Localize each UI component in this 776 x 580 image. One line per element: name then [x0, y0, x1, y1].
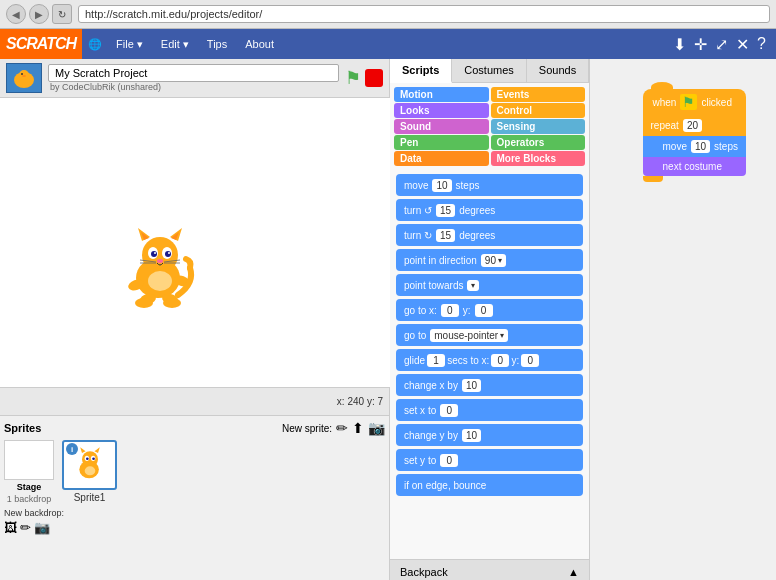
green-flag-button[interactable]: ⚑ — [345, 67, 361, 89]
svg-point-12 — [151, 251, 157, 257]
repeat-label: repeat — [651, 120, 679, 131]
menu-edit[interactable]: Edit ▾ — [153, 29, 197, 59]
next-costume-label: next costume — [663, 161, 722, 172]
fullscreen-icon[interactable]: ⤢ — [715, 35, 728, 54]
stop-button[interactable] — [365, 69, 383, 87]
add-icon[interactable]: ✛ — [694, 35, 707, 54]
stage-thumbnail: Stage 1 backdrop — [4, 440, 54, 504]
new-sprite-upload-icon[interactable]: ⬆ — [352, 420, 364, 436]
block-glide[interactable]: glide1secs to x:0y:0 — [396, 349, 583, 371]
block-go-to-xy[interactable]: go to x:0y:0 — [396, 299, 583, 321]
clicked-text: clicked — [701, 97, 732, 108]
sprites-panel: Sprites New sprite: ✏ ⬆ 📷 Stage 1 backdr… — [0, 416, 389, 580]
blocks-area: Scripts Costumes Sounds Motion Events Lo… — [390, 59, 590, 580]
menu-tips[interactable]: Tips — [199, 29, 235, 59]
hat-when-flag[interactable]: when ⚑ clicked — [643, 89, 746, 115]
svg-point-36 — [84, 466, 95, 475]
help-icon[interactable]: ? — [757, 35, 766, 53]
scratch-logo: SCRATCH — [0, 29, 82, 59]
flag-icon: ⚑ — [680, 94, 697, 110]
svg-marker-30 — [80, 447, 85, 453]
svg-point-34 — [86, 457, 89, 460]
cat-operators[interactable]: Operators — [491, 135, 586, 150]
backdrop-paint-icon[interactable]: 🖼 — [4, 520, 17, 535]
stage-thumb-box[interactable] — [4, 440, 54, 480]
main-layout: My Scratch Project by CodeClubRik (unsha… — [0, 59, 776, 580]
block-turn-cw[interactable]: turn ↻15degrees — [396, 224, 583, 246]
stage-canvas — [0, 98, 390, 388]
svg-point-26 — [163, 298, 181, 308]
repeat-block[interactable]: repeat 20 — [643, 115, 746, 136]
refresh-button[interactable]: ↻ — [52, 4, 72, 24]
svg-point-27 — [148, 271, 172, 291]
svg-point-25 — [135, 298, 153, 308]
block-turn-ccw[interactable]: turn ↺15degrees — [396, 199, 583, 221]
block-go-to[interactable]: go tomouse-pointer — [396, 324, 583, 346]
hat-bump — [651, 82, 673, 92]
backdrop-edit-icon[interactable]: ✏ — [20, 520, 31, 535]
next-costume-block[interactable]: next costume — [643, 157, 746, 176]
new-sprite-label: New sprite: — [282, 423, 332, 434]
cat-looks[interactable]: Looks — [394, 103, 489, 118]
repeat-end — [643, 176, 663, 182]
browser-chrome: ◀ ▶ ↻ http://scratch.mit.edu/projects/ed… — [0, 0, 776, 29]
cat-sensing[interactable]: Sensing — [491, 119, 586, 134]
sprite1-thumbnail[interactable]: i Sprite1 — [62, 440, 117, 504]
cat-pen[interactable]: Pen — [394, 135, 489, 150]
scripts-canvas[interactable]: when ⚑ clicked repeat 20 move 10 steps n… — [590, 59, 776, 580]
block-set-y[interactable]: set y to0 — [396, 449, 583, 471]
cat-more-blocks[interactable]: More Blocks — [491, 151, 586, 166]
backdrop-icons: 🖼 ✏ 📷 — [4, 520, 385, 535]
close-icon[interactable]: ✕ — [736, 35, 749, 54]
backdrop-camera-icon[interactable]: 📷 — [34, 520, 50, 535]
block-point-towards[interactable]: point towards — [396, 274, 583, 296]
sprite-info-icon[interactable]: i — [66, 443, 78, 455]
cat-motion[interactable]: Motion — [394, 87, 489, 102]
sprite1-name: Sprite1 — [74, 492, 106, 503]
tab-sounds[interactable]: Sounds — [527, 59, 589, 82]
cat-data[interactable]: Data — [394, 151, 489, 166]
tabs-row: Scripts Costumes Sounds — [390, 59, 589, 83]
tab-scripts[interactable]: Scripts — [390, 59, 452, 83]
forward-button[interactable]: ▶ — [29, 4, 49, 24]
play-controls: ⚑ — [345, 67, 383, 89]
block-change-y[interactable]: change y by10 — [396, 424, 583, 446]
menu-about[interactable]: About — [237, 29, 282, 59]
backpack-label: Backpack — [400, 566, 448, 578]
move-value[interactable]: 10 — [691, 140, 710, 153]
blocks-list: move10steps turn ↺15degrees turn ↻15degr… — [390, 170, 589, 559]
cat-events[interactable]: Events — [491, 87, 586, 102]
script-block-group: when ⚑ clicked repeat 20 move 10 steps n… — [643, 89, 746, 182]
stage-label: Stage — [17, 482, 42, 492]
stage-sub-label: 1 backdrop — [7, 494, 52, 504]
globe-icon[interactable]: 🌐 — [82, 38, 108, 51]
new-sprite-paint-icon[interactable]: ✏ — [336, 420, 348, 436]
backpack-bar: Backpack ▲ — [390, 559, 589, 580]
toolbar-right: ⬇ ✛ ⤢ ✕ ? — [673, 35, 776, 54]
repeat-value[interactable]: 20 — [683, 119, 702, 132]
address-bar[interactable]: http://scratch.mit.edu/projects/editor/ — [78, 5, 770, 23]
tab-costumes[interactable]: Costumes — [452, 59, 527, 82]
project-title[interactable]: My Scratch Project — [48, 64, 339, 82]
svg-point-5 — [142, 237, 178, 273]
new-backdrop-label: New backdrop: — [4, 508, 385, 518]
svg-point-29 — [82, 451, 98, 467]
sprite1-thumb-box[interactable]: i — [62, 440, 117, 490]
cat-sound[interactable]: Sound — [394, 119, 489, 134]
cat-control[interactable]: Control — [491, 103, 586, 118]
download-icon[interactable]: ⬇ — [673, 35, 686, 54]
block-if-on-edge[interactable]: if on edge, bounce — [396, 474, 583, 496]
new-sprite-camera-icon[interactable]: 📷 — [368, 420, 385, 436]
logo-text: SCRATCH — [6, 35, 76, 53]
block-move[interactable]: move10steps — [396, 174, 583, 196]
when-text: when — [653, 97, 677, 108]
svg-point-15 — [168, 252, 170, 254]
block-set-x[interactable]: set x to0 — [396, 399, 583, 421]
backpack-expand-icon[interactable]: ▲ — [568, 566, 579, 578]
inner-move-block[interactable]: move 10 steps — [643, 136, 746, 157]
menu-file[interactable]: File ▾ — [108, 29, 151, 59]
back-button[interactable]: ◀ — [6, 4, 26, 24]
block-point-direction[interactable]: point in direction90 — [396, 249, 583, 271]
block-change-x[interactable]: change x by10 — [396, 374, 583, 396]
toolbar-menus: File ▾ Edit ▾ Tips About — [108, 29, 282, 59]
